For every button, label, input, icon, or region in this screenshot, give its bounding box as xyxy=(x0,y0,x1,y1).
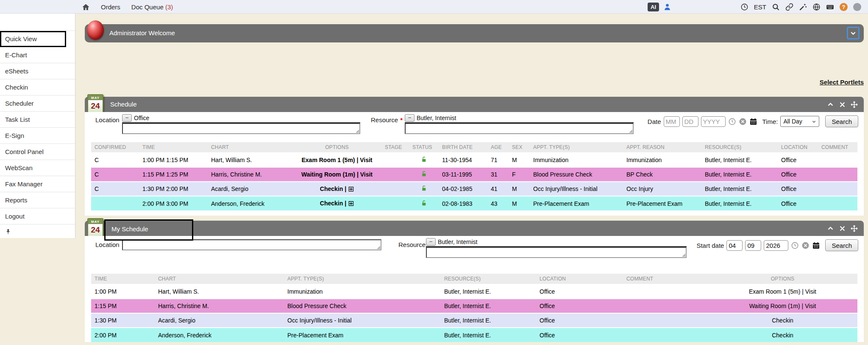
move-icon[interactable] xyxy=(851,225,858,232)
cell-options[interactable]: Checkin xyxy=(708,313,857,328)
schedule-portlet: MAY 24 Schedule Location – Office Resour… xyxy=(85,97,864,216)
help-icon[interactable]: ? xyxy=(840,3,848,11)
status-sphere-icon xyxy=(87,20,104,40)
time-picker-icon[interactable] xyxy=(728,118,736,126)
sidebar-item-scheduler[interactable]: Scheduler xyxy=(0,95,75,112)
my-schedule-portlet: MAY 24 My Schedule Location Resource – B… xyxy=(85,221,864,342)
remove-location-button[interactable]: – xyxy=(122,114,132,122)
cell-options[interactable]: Checkin xyxy=(708,328,857,342)
sidebar-item-e-chart[interactable]: E-Chart xyxy=(0,47,75,63)
clock-icon[interactable] xyxy=(740,3,748,11)
my-schedule-row: 1:00 PM Hart, William S. Immunization Bu… xyxy=(91,284,857,299)
globe-icon[interactable] xyxy=(812,3,821,11)
options-text[interactable]: Checkin | xyxy=(320,185,346,192)
sidebar-item-logout[interactable]: Logout xyxy=(0,208,75,224)
my-schedule-portlet-header: MAY 24 My Schedule xyxy=(85,221,864,236)
cell-options[interactable]: Checkin | ⊞ xyxy=(292,182,381,196)
cell-comment xyxy=(623,328,708,342)
cell-options[interactable]: Exam Room 1 (5m) | Visit xyxy=(708,284,857,299)
cell-options[interactable]: Checkin | ⊞ xyxy=(292,196,381,210)
magic-wand-icon[interactable] xyxy=(799,3,807,11)
sidebar-item-control-panel[interactable]: Control Panel xyxy=(0,144,75,160)
sidebar-item-reports[interactable]: Reports xyxy=(0,192,75,208)
doc-queue-label: Doc Queue xyxy=(131,3,164,11)
calendar-picker-icon[interactable] xyxy=(812,241,820,250)
search-button[interactable]: Search xyxy=(825,239,858,251)
ai-assistant-button[interactable]: AI xyxy=(648,3,659,11)
cell-sex: F xyxy=(509,167,530,182)
location-label: Location xyxy=(95,116,120,123)
start-date-day-input[interactable] xyxy=(745,240,761,251)
cell-appt-type: Blood Pressure Check xyxy=(530,167,623,182)
col-comment: COMMENT xyxy=(818,142,857,153)
time-select[interactable]: All Day xyxy=(780,116,819,127)
schedule-row: C 1:30 PM 2:00 PM Acardi, Sergio Checkin… xyxy=(91,182,857,196)
cell-stage xyxy=(381,182,409,196)
calendar-picker-icon[interactable] xyxy=(749,118,757,126)
remove-resource-button[interactable]: – xyxy=(426,238,436,246)
location-input[interactable] xyxy=(122,239,381,250)
cell-appt-type: Occ Injury/Illness - Initial xyxy=(530,182,623,196)
keyboard-icon[interactable] xyxy=(826,3,834,11)
cell-age: 41 xyxy=(487,182,509,196)
cell-resource: Butler, Internist E. xyxy=(441,313,536,328)
clear-date-icon[interactable] xyxy=(739,118,747,126)
start-date-year-input[interactable] xyxy=(764,240,788,251)
select-portlets-link[interactable]: Select Portlets xyxy=(820,79,864,86)
my-schedule-table: TIME CHART APPT. TYPE(S) RESOURCE(S) LOC… xyxy=(91,274,857,342)
add-box-icon[interactable]: ⊞ xyxy=(348,185,354,193)
sidebar-item-checkin[interactable]: Checkin xyxy=(0,79,75,95)
cell-options[interactable]: Exam Room 1 (5m) | Visit xyxy=(292,153,381,167)
my-schedule-title: My Schedule xyxy=(104,219,193,241)
location-input[interactable] xyxy=(122,123,360,134)
chevron-down-icon xyxy=(850,30,857,36)
search-icon[interactable] xyxy=(772,3,780,11)
close-icon[interactable] xyxy=(839,101,846,108)
collapse-icon[interactable] xyxy=(827,101,834,108)
remove-resource-button[interactable]: – xyxy=(405,114,415,122)
sidebar-item-webscan[interactable]: WebScan xyxy=(0,160,75,176)
sidebar-item-fax-manager[interactable]: Fax Manager xyxy=(0,176,75,192)
nav-orders[interactable]: Orders xyxy=(101,3,120,11)
date-year-input[interactable] xyxy=(701,116,726,127)
welcome-collapse-button[interactable] xyxy=(847,27,860,39)
col-comment: COMMENT xyxy=(623,274,708,284)
sidebar-item-e-sign[interactable]: E-Sign xyxy=(0,128,75,144)
start-date-month-input[interactable] xyxy=(726,240,743,251)
home-icon[interactable] xyxy=(82,3,90,11)
sidebar-item-task-list[interactable]: Task List xyxy=(0,112,75,128)
resource-input[interactable] xyxy=(426,247,687,258)
clear-date-icon[interactable] xyxy=(801,241,810,250)
cell-appt-reason: Immunization xyxy=(623,153,701,167)
time-picker-icon[interactable] xyxy=(791,241,799,250)
options-text[interactable]: Checkin | xyxy=(320,200,346,207)
calendar-date-icon: MAY 24 xyxy=(87,94,103,113)
cell-time: 2:00 PM 3:00 PM xyxy=(139,196,208,210)
sidebar-item-quick-view[interactable]: Quick View xyxy=(0,31,66,47)
cell-options[interactable]: Waiting Room (1m) | Visit xyxy=(292,167,381,182)
cell-chart: Anderson, Frederick xyxy=(155,328,284,342)
cell-options[interactable]: Waiting Room (1m) | Visit xyxy=(708,299,857,313)
date-month-input[interactable] xyxy=(664,116,680,127)
user-icon[interactable] xyxy=(663,3,671,11)
col-status: STATUS xyxy=(409,142,439,153)
search-button[interactable]: Search xyxy=(825,115,858,127)
sidebar-item-esheets[interactable]: eSheets xyxy=(0,63,75,79)
link-icon[interactable] xyxy=(785,3,793,11)
resource-input[interactable] xyxy=(405,123,634,134)
cell-appt-type: Pre-Placement Exam xyxy=(284,328,441,342)
sidebar-pin-button[interactable] xyxy=(0,224,75,238)
move-icon[interactable] xyxy=(851,101,858,108)
cell-location: Office xyxy=(778,153,818,167)
selected-resource: Butler, Internist xyxy=(438,238,477,245)
nav-doc-queue[interactable]: Doc Queue (3) xyxy=(131,3,173,11)
cell-appt-type: Pre-Placement Exam xyxy=(530,196,623,210)
resource-picker: – Butler, Internist xyxy=(405,114,634,134)
cell-age: 43 xyxy=(487,196,509,210)
status-circle-icon[interactable] xyxy=(853,3,861,11)
collapse-icon[interactable] xyxy=(827,225,834,232)
add-box-icon[interactable]: ⊞ xyxy=(348,199,354,208)
close-icon[interactable] xyxy=(839,225,846,232)
cell-confirmed: C xyxy=(91,153,139,167)
date-day-input[interactable] xyxy=(682,116,698,127)
